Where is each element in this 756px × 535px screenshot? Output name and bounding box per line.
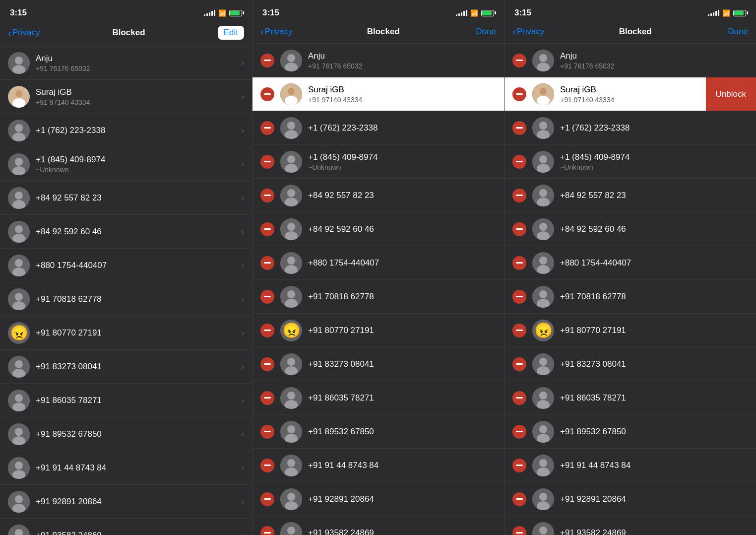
contact-row[interactable]: +91 92891 20864 xyxy=(504,482,756,516)
contact-info: +91 83273 08041 xyxy=(36,362,237,372)
svg-point-82 xyxy=(287,527,295,535)
delete-button[interactable] xyxy=(512,459,526,472)
delete-button[interactable] xyxy=(260,87,274,101)
delete-button[interactable] xyxy=(512,526,526,535)
contact-row[interactable]: +91 83273 08041› xyxy=(0,350,252,384)
contact-row[interactable]: +84 92 592 60 46 xyxy=(504,212,756,246)
delete-button[interactable] xyxy=(512,189,526,202)
contact-name: +1 (845) 409-8974 xyxy=(560,152,748,162)
delete-button[interactable] xyxy=(260,121,274,135)
contact-row[interactable]: +880 1754-440407 xyxy=(504,246,756,280)
contact-row[interactable]: +84 92 557 82 23 xyxy=(252,179,504,212)
contact-row[interactable]: +91 93582 24869 xyxy=(252,516,504,535)
delete-button[interactable] xyxy=(512,357,526,371)
svg-point-67 xyxy=(287,358,295,366)
contact-name: Anju xyxy=(36,54,237,64)
contact-row[interactable]: +91 70818 62778 xyxy=(252,280,504,314)
contact-name: +84 92 592 60 46 xyxy=(308,224,496,234)
delete-button[interactable] xyxy=(512,324,526,337)
contact-name: +91 93582 24869 xyxy=(560,528,748,535)
contact-row[interactable]: +1 (762) 223-2338 xyxy=(504,111,756,145)
contact-row[interactable]: 😠+91 80770 27191 xyxy=(504,314,756,347)
delete-button[interactable] xyxy=(260,54,274,67)
delete-button[interactable] xyxy=(512,155,526,169)
contact-row[interactable]: +1 (762) 223-2338› xyxy=(0,114,252,147)
contact-name: +91 80770 27191 xyxy=(308,326,496,335)
delete-button[interactable] xyxy=(512,256,526,270)
delete-button[interactable] xyxy=(260,189,274,202)
contact-row[interactable]: +84 92 592 60 46 xyxy=(252,212,504,246)
contact-row[interactable]: 😠+91 80770 27191 xyxy=(252,314,504,347)
wifi-icon: 📶 xyxy=(218,9,226,17)
delete-button[interactable] xyxy=(260,357,274,371)
contact-row[interactable]: Anju+91 76176 65032 xyxy=(252,44,504,77)
contact-row[interactable]: Anju+91 76176 65032 xyxy=(504,44,756,77)
contact-row[interactable]: Suraj iGB+91 97140 43334Unblock xyxy=(504,77,756,111)
contact-info: Anju+91 76176 65032 xyxy=(560,51,748,70)
delete-button[interactable] xyxy=(512,290,526,304)
contact-row[interactable]: +91 91 44 8743 84› xyxy=(0,451,252,485)
delete-button[interactable] xyxy=(260,492,274,506)
contact-row[interactable]: +84 92 557 82 23› xyxy=(0,181,252,215)
back-button[interactable]: ‹ Privacy xyxy=(260,26,292,37)
contact-row[interactable]: +91 89532 67850› xyxy=(0,417,252,451)
delete-button[interactable] xyxy=(260,290,274,304)
contact-row[interactable]: +91 91 44 8743 84 xyxy=(504,449,756,482)
contact-row[interactable]: +91 83273 08041 xyxy=(504,347,756,381)
contact-row[interactable]: +91 86035 78271› xyxy=(0,384,252,417)
contact-row[interactable]: +91 91 44 8743 84 xyxy=(252,449,504,482)
edit-button[interactable]: Edit xyxy=(218,26,244,40)
contact-row[interactable]: +880 1754-440407 xyxy=(252,246,504,280)
contact-row[interactable]: Suraj iGB+91 97140 43334› xyxy=(0,80,252,114)
contact-row[interactable]: +91 93582 24869› xyxy=(0,519,252,535)
contact-row[interactable]: +84 92 592 60 46› xyxy=(0,215,252,249)
done-button[interactable]: Done xyxy=(474,27,496,37)
contact-name: Suraj iGB xyxy=(36,87,237,97)
delete-button[interactable] xyxy=(512,222,526,236)
delete-button[interactable] xyxy=(260,425,274,439)
delete-button[interactable] xyxy=(512,425,526,439)
contact-row[interactable]: Anju+91 76176 65032› xyxy=(0,46,252,80)
delete-button[interactable] xyxy=(260,222,274,236)
contact-info: +91 86035 78271 xyxy=(560,393,748,403)
back-button[interactable]: ‹ Privacy xyxy=(8,27,40,39)
delete-button[interactable] xyxy=(512,54,526,67)
contact-row[interactable]: 😠+91 80770 27191› xyxy=(0,316,252,350)
delete-button[interactable] xyxy=(512,391,526,405)
contact-row[interactable]: Suraj iGB+91 97140 43334 xyxy=(252,77,504,111)
minus-icon xyxy=(516,127,523,129)
contact-row[interactable]: +91 89532 67850 xyxy=(504,415,756,449)
avatar xyxy=(280,286,302,308)
delete-button[interactable] xyxy=(260,256,274,270)
contact-row[interactable]: +91 70818 62778 xyxy=(504,280,756,314)
contact-row[interactable]: +91 93582 24869 xyxy=(504,516,756,535)
contact-row[interactable]: +880 1754-440407› xyxy=(0,249,252,282)
contact-row[interactable]: +91 92891 20864› xyxy=(0,485,252,519)
back-button[interactable]: ‹ Privacy xyxy=(512,26,544,37)
contact-row[interactable]: +84 92 557 82 23 xyxy=(504,179,756,212)
contact-row[interactable]: +91 89532 67850 xyxy=(252,415,504,449)
delete-button[interactable] xyxy=(512,492,526,506)
done-button[interactable]: Done xyxy=(726,27,748,37)
delete-button[interactable] xyxy=(512,121,526,135)
delete-button[interactable] xyxy=(260,391,274,405)
contact-row[interactable]: +91 83273 08041 xyxy=(252,347,504,381)
delete-button[interactable] xyxy=(260,324,274,337)
contact-row[interactable]: +1 (845) 409-8974~Unknown› xyxy=(0,147,252,181)
contact-row[interactable]: +91 86035 78271 xyxy=(252,381,504,415)
unblock-button[interactable]: Unblock xyxy=(706,77,756,111)
status-icons: 📶 xyxy=(456,9,494,17)
delete-button[interactable] xyxy=(260,155,274,169)
contact-row[interactable]: +91 86035 78271 xyxy=(504,381,756,415)
delete-button[interactable] xyxy=(260,526,274,535)
avatar xyxy=(532,83,554,105)
minus-icon xyxy=(264,431,271,432)
delete-button[interactable] xyxy=(512,87,526,101)
contact-row[interactable]: +1 (762) 223-2338 xyxy=(252,111,504,145)
contact-row[interactable]: +1 (845) 409-8974~Unknown xyxy=(252,145,504,179)
contact-row[interactable]: +91 92891 20864 xyxy=(252,482,504,516)
contact-row[interactable]: +91 70818 62778› xyxy=(0,282,252,316)
nav-title: Blocked xyxy=(112,28,145,38)
contact-row[interactable]: +1 (845) 409-8974~Unknown xyxy=(504,145,756,179)
delete-button[interactable] xyxy=(260,459,274,472)
